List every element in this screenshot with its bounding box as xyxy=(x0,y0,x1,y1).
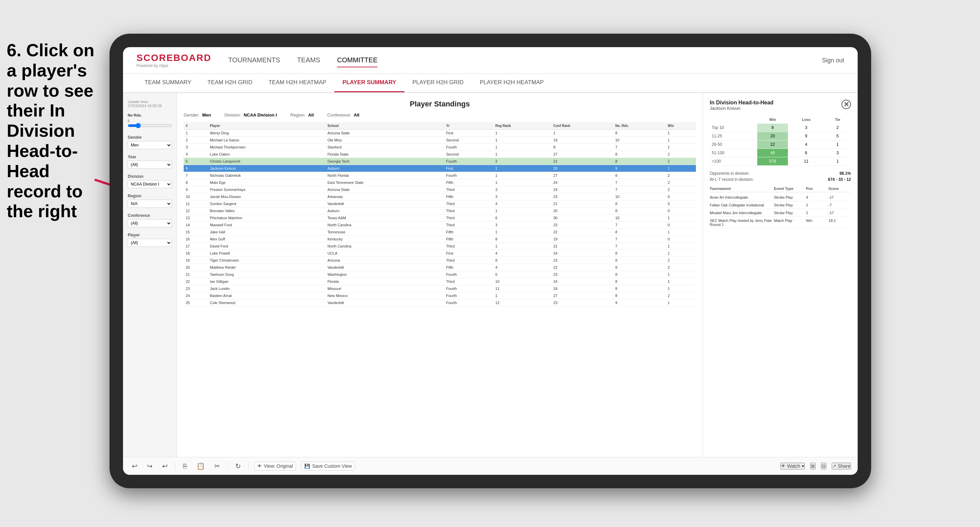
tab-player-summary[interactable]: PLAYER SUMMARY xyxy=(334,74,404,92)
tab-team-h2h-grid[interactable]: TEAM H2H GRID xyxy=(199,74,261,92)
h2h-range: >100 xyxy=(710,157,757,166)
tour-type: Match Play xyxy=(774,219,806,227)
cell-school: Arizona xyxy=(326,257,444,264)
undo-button[interactable]: ↩ xyxy=(130,461,140,471)
nav-teams[interactable]: TEAMS xyxy=(297,54,320,67)
cell-yr: Fifth xyxy=(444,179,493,186)
table-row[interactable]: 14 Maxwell Ford North Carolina Third 3 2… xyxy=(184,222,696,229)
h2h-stats: Opponents in division: 98.1% W-L-T recor… xyxy=(710,171,851,182)
refresh-button[interactable]: ↻ xyxy=(233,461,243,471)
table-row[interactable]: 24 Bastien Amat New Mexico Fourth 1 27 8… xyxy=(184,292,696,299)
cell-conf-rank: 19 xyxy=(551,137,613,144)
watch-button[interactable]: 👁 Watch ▾ xyxy=(780,463,804,470)
conference-filter: Conference (All) xyxy=(128,213,172,227)
table-row[interactable]: 8 Mats Ege East Tennessee State Fifth 1 … xyxy=(184,179,696,186)
cut-button[interactable]: ✂ xyxy=(212,461,222,471)
cell-school: Auburn xyxy=(326,165,444,172)
cell-conf-rank: 21 xyxy=(551,200,613,208)
cell-yr: Fifth xyxy=(444,229,493,236)
gender-select[interactable]: Men xyxy=(128,141,172,149)
cell-win: 1 xyxy=(666,278,696,285)
cell-rds: 7 xyxy=(613,236,666,243)
redo-button-1[interactable]: ↪ xyxy=(145,461,155,471)
table-row[interactable]: 20 Matthew Riedel Vanderbilt Fifth 4 22 … xyxy=(184,264,696,271)
cell-win: 2 xyxy=(666,158,696,165)
table-row[interactable]: 17 David Ford North Carolina Third 1 21 … xyxy=(184,243,696,250)
cell-conf-rank: 22 xyxy=(551,264,613,271)
cell-num: 13 xyxy=(184,214,208,222)
cell-reg-rank: 1 xyxy=(493,130,551,137)
cell-reg-rank: 3 xyxy=(493,193,551,200)
table-row[interactable]: 12 Brendan Valles Auburn Third 1 20 8 0 xyxy=(184,208,696,214)
division-select[interactable]: NCAA Division I xyxy=(128,180,172,188)
cell-win: 1 xyxy=(666,243,696,250)
tour-pos: Win xyxy=(806,219,829,227)
h2h-range: 26-50 xyxy=(710,140,757,149)
cell-rds: 10 xyxy=(613,214,666,222)
cell-num: 14 xyxy=(184,222,208,229)
table-row[interactable]: 18 Luke Powell UCLA First 4 24 8 1 xyxy=(184,250,696,257)
cell-conf-rank: 24 xyxy=(551,250,613,257)
table-row[interactable]: 7 Nicholas Gabrelcik North Florida Fourt… xyxy=(184,172,696,179)
table-row[interactable]: 1 Wenyi Ding Arizona State First 1 1 8 1 xyxy=(184,130,696,137)
cell-yr: Fifth xyxy=(444,236,493,243)
tab-team-h2h-heatmap[interactable]: TEAM H2H HEATMAP xyxy=(261,74,335,92)
redo-button-2[interactable]: ↩ xyxy=(160,461,170,471)
tab-team-summary[interactable]: TEAM SUMMARY xyxy=(137,74,199,92)
player-select[interactable]: (All) xyxy=(128,239,172,247)
layout-button[interactable]: ⊞ xyxy=(810,463,816,470)
tab-player-h2h-heatmap[interactable]: PLAYER H2H HEATMAP xyxy=(471,74,552,92)
cell-conf-rank: 27 xyxy=(551,172,613,179)
sign-out-button[interactable]: Sign out xyxy=(822,57,844,64)
table-row[interactable]: 23 Jack Lundin Missouri Fourth 11 24 8 1 xyxy=(184,285,696,292)
table-row[interactable]: 3 Michael Thorbjornsen Stanford Fourth 1… xyxy=(184,144,696,151)
h2h-tournaments-header: Tournament Event Type Pos Score xyxy=(710,187,851,192)
table-row[interactable]: 11 Gordon Sargent Vanderbilt Third 4 21 … xyxy=(184,200,696,208)
cell-num: 18 xyxy=(184,250,208,257)
no-rds-slider[interactable] xyxy=(128,123,172,128)
nav-tournaments[interactable]: TOURNAMENTS xyxy=(228,54,280,67)
h2h-col-loss: Loss xyxy=(788,116,824,124)
view-original-button[interactable]: 👁 View: Original xyxy=(254,462,296,470)
tab-player-h2h-grid[interactable]: PLAYER H2H GRID xyxy=(404,74,472,92)
table-row[interactable]: 9 Preston Summerhays Arizona State Third… xyxy=(184,186,696,193)
h2h-close-button[interactable]: ✕ xyxy=(842,100,851,109)
table-row[interactable]: 10 Jacob Mou-Disean Arkansas Fifth 3 23 … xyxy=(184,193,696,200)
table-row[interactable]: 21 Taehoon Song Washington Fourth 6 23 8… xyxy=(184,271,696,278)
copy-button[interactable]: ⎘ xyxy=(181,461,189,471)
table-row[interactable]: 22 Ian Gilligan Florida Third 10 24 8 1 xyxy=(184,278,696,285)
table-row[interactable]: 16 Alex Goff Kentucky Fifth 8 19 7 0 xyxy=(184,236,696,243)
toolbar-sep-2 xyxy=(228,462,228,470)
logo-area: SCOREBOARD Powered by clippi xyxy=(137,52,211,68)
cell-num: 9 xyxy=(184,186,208,193)
save-custom-button[interactable]: 💾 Save Custom View xyxy=(301,462,355,470)
conference-filter-display: Conference: All xyxy=(327,113,359,117)
cell-num: 7 xyxy=(184,172,208,179)
share-button[interactable]: ↗ Share xyxy=(832,463,851,470)
table-row[interactable]: 5 Christo Lamprecht Georgia Tech Fourth … xyxy=(184,158,696,165)
col-num: # xyxy=(184,122,208,130)
table-row[interactable]: 15 Jake Hall Tennessee Fifth 1 22 8 1 xyxy=(184,229,696,236)
nav-committee[interactable]: COMMITTEE xyxy=(337,54,377,67)
cell-num: 10 xyxy=(184,193,208,200)
table-row[interactable]: 19 Tiger Christensen Arizona Third 8 23 … xyxy=(184,257,696,264)
cell-win: 1 xyxy=(666,229,696,236)
table-row[interactable]: 25 Cole Sherwood Vanderbilt Fourth 12 23… xyxy=(184,299,696,306)
cell-win: 2 xyxy=(666,179,696,186)
table-row[interactable]: 2 Michael La Sasso Ole Miss Second 1 19 … xyxy=(184,137,696,144)
table-row[interactable]: 6 Jackson Koivun Auburn First 1 20 9 1 xyxy=(184,165,696,172)
paste-button[interactable]: 📋 xyxy=(194,461,207,471)
grid-button[interactable]: ⊟ xyxy=(821,463,826,470)
table-row[interactable]: 4 Luke Claton Florida State Second 1 27 … xyxy=(184,151,696,158)
cell-player: Brendan Valles xyxy=(208,208,326,214)
region-label: Region xyxy=(128,194,172,198)
conference-select[interactable]: (All) xyxy=(128,219,172,227)
year-select[interactable]: (All) xyxy=(128,160,172,169)
table-row[interactable]: 13 Phichakun Maichon Texas A&M Third 6 3… xyxy=(184,214,696,222)
cell-yr: Fourth xyxy=(444,299,493,306)
h2h-loss: 6 xyxy=(788,149,824,157)
cell-reg-rank: 6 xyxy=(493,271,551,278)
cell-rds: 8 xyxy=(613,257,666,264)
region-select[interactable]: N/A xyxy=(128,200,172,208)
h2h-range: Top 10 xyxy=(710,124,757,132)
